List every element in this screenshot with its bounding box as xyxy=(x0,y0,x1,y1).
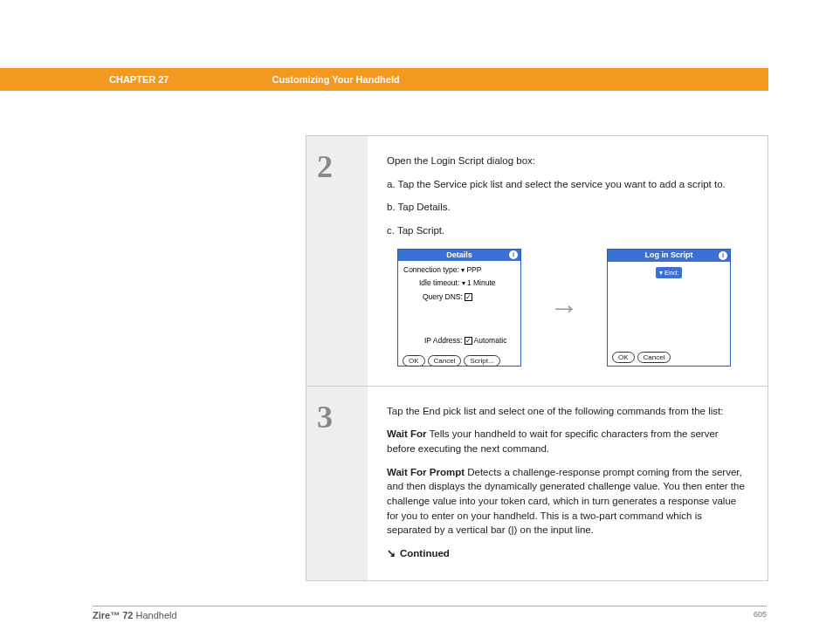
ip-address-value: Automatic xyxy=(474,336,507,345)
chapter-label: CHAPTER 27 xyxy=(109,74,169,85)
ip-address-checkbox[interactable]: ✓ xyxy=(465,337,472,345)
step-2: 2 Open the Login Script dialog box: a. T… xyxy=(306,136,768,387)
step-number: 3 xyxy=(306,387,368,580)
wait-for-text: Tells your handheld to wait for specific… xyxy=(387,428,719,454)
end-picklist[interactable]: End: xyxy=(656,267,683,279)
step-2b: b. Tap Details. xyxy=(387,200,748,215)
details-script-button[interactable]: Script... xyxy=(464,355,499,367)
details-dialog: Details i Connection type: PPP Idle time… xyxy=(397,249,521,367)
idle-timeout-label: Idle timeout: xyxy=(419,278,459,287)
chapter-title: Customizing Your Handheld xyxy=(272,74,399,85)
page-footer: Zire™ 72 Handheld 605 xyxy=(93,606,767,620)
step-number: 2 xyxy=(306,136,368,386)
details-buttons: OK Cancel Script... xyxy=(398,353,520,369)
details-cancel-button[interactable]: Cancel xyxy=(428,355,462,367)
info-icon[interactable]: i xyxy=(509,250,518,259)
step-3: 3 Tap the End pick list and select one o… xyxy=(306,387,768,580)
login-title: Log in Script xyxy=(645,250,693,261)
page-number: 605 xyxy=(754,610,767,620)
chapter-header: CHAPTER 27 Customizing Your Handheld xyxy=(0,68,768,91)
step-2-body: Open the Login Script dialog box: a. Tap… xyxy=(368,136,768,386)
step-2-intro: Open the Login Script dialog box: xyxy=(387,154,748,168)
continued-arrow-icon: ↘ xyxy=(387,548,396,558)
login-ok-button[interactable]: OK xyxy=(612,352,635,363)
login-buttons: OK Cancel xyxy=(608,349,730,366)
step-3-intro: Tap the End pick list and select one of … xyxy=(387,404,748,419)
arrow-right-icon: → xyxy=(549,286,579,329)
login-dialog-body: End: xyxy=(608,262,730,349)
info-icon[interactable]: i xyxy=(719,251,727,260)
details-ok-button[interactable]: OK xyxy=(403,355,425,367)
conn-type-label: Connection type: xyxy=(403,265,459,274)
wait-for-para: Wait For Tells your handheld to wait for… xyxy=(387,427,748,456)
wait-prompt-label: Wait For Prompt xyxy=(387,467,465,477)
wait-for-label: Wait For xyxy=(387,428,427,439)
steps-panel: 2 Open the Login Script dialog box: a. T… xyxy=(306,135,768,581)
product-name: Zire™ 72 Handheld xyxy=(93,610,177,620)
login-cancel-button[interactable]: Cancel xyxy=(637,352,671,363)
wait-for-prompt-para: Wait For Prompt Detects a challenge-resp… xyxy=(387,465,748,538)
idle-timeout-picklist[interactable]: 1 Minute xyxy=(462,278,496,287)
conn-type-picklist[interactable]: PPP xyxy=(461,265,481,274)
query-dns-checkbox[interactable]: ✓ xyxy=(465,293,472,301)
login-script-dialog: Log in Script i End: OK Cancel xyxy=(607,249,731,367)
product-bold: Zire™ 72 xyxy=(93,610,133,620)
continued-indicator: ↘Continued xyxy=(387,546,748,561)
step-3-body: Tap the End pick list and select one of … xyxy=(368,387,768,580)
details-dialog-body: Connection type: PPP Idle timeout: 1 Min… xyxy=(398,261,520,353)
dialogs-row: Details i Connection type: PPP Idle time… xyxy=(397,249,748,367)
continued-label: Continued xyxy=(400,548,450,558)
details-title: Details xyxy=(446,250,472,261)
login-dialog-title-bar: Log in Script i xyxy=(608,250,730,262)
ip-address-label: IP Address: xyxy=(424,336,462,345)
step-2c: c. Tap Script. xyxy=(387,223,748,238)
details-dialog-title-bar: Details i xyxy=(398,250,520,261)
product-rest: Handheld xyxy=(133,610,176,620)
step-2a: a. Tap the Service pick list and select … xyxy=(387,177,748,192)
query-dns-label: Query DNS: xyxy=(423,292,463,301)
